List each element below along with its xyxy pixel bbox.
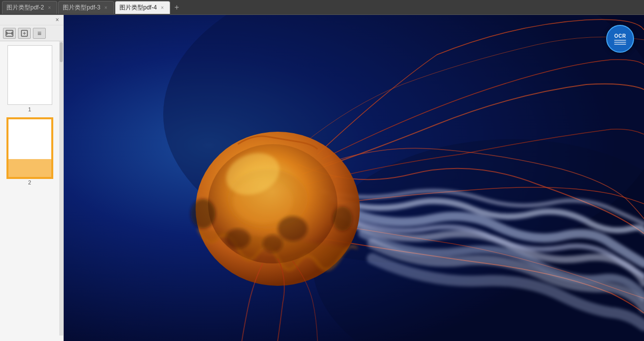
add-tab-button[interactable]: +	[171, 2, 182, 13]
content-area: OCR	[64, 15, 644, 341]
jellyfish-image	[64, 15, 644, 341]
svg-point-17	[263, 235, 283, 253]
sidebar-fit-width-button[interactable]	[3, 28, 16, 39]
thumbnail-page-1[interactable]: 1	[0, 41, 59, 114]
sidebar-close-row: ×	[0, 15, 63, 25]
sidebar-scrollbar-thumb	[60, 42, 63, 62]
tab-pdf-2-label: 图片类型pdf-2	[6, 3, 44, 12]
jellyfish-background: OCR	[64, 15, 644, 341]
svg-point-15	[278, 216, 308, 241]
tab-pdf-4-label: 图片类型pdf-4	[119, 3, 157, 12]
sidebar-scroll[interactable]: 1 2	[0, 41, 59, 336]
tab-bar: 图片类型pdf-2 × 图片类型pdf-3 × 图片类型pdf-4 × +	[0, 0, 644, 15]
sidebar-scrollbar[interactable]	[59, 41, 63, 336]
thumbnail-img-1	[7, 45, 52, 105]
scan-line-1	[614, 40, 626, 41]
more-icon: ≡	[37, 30, 41, 37]
tab-pdf-2[interactable]: 图片类型pdf-2 ×	[2, 1, 57, 14]
thumbnail-label-1: 1	[28, 106, 31, 112]
svg-point-19	[332, 206, 352, 231]
tab-pdf-3-label: 图片类型pdf-3	[63, 3, 100, 12]
scan-line-3	[614, 44, 626, 45]
tab-pdf-3[interactable]: 图片类型pdf-3 ×	[58, 1, 113, 14]
tab-pdf-4[interactable]: 图片类型pdf-4 ×	[115, 1, 170, 14]
tab-pdf-3-close[interactable]: ×	[103, 4, 109, 11]
svg-point-16	[225, 229, 250, 249]
main-area: × ≡	[0, 15, 644, 341]
thumbnail-page-2[interactable]: 2	[0, 114, 59, 187]
thumbnail-img-2	[7, 118, 52, 178]
scan-line-2	[614, 42, 626, 43]
tab-pdf-2-close[interactable]: ×	[46, 4, 53, 11]
svg-point-18	[191, 199, 215, 229]
sidebar: × ≡	[0, 15, 64, 341]
ocr-scan-lines	[614, 40, 626, 45]
tab-pdf-4-close[interactable]: ×	[159, 4, 166, 11]
ocr-button[interactable]: OCR	[606, 25, 634, 53]
sidebar-fit-page-button[interactable]	[18, 28, 31, 39]
sidebar-more-button[interactable]: ≡	[33, 28, 46, 39]
sidebar-toolbar: ≡	[0, 25, 63, 41]
thumbnail-highlight	[8, 159, 51, 177]
sidebar-close-button[interactable]: ×	[53, 16, 61, 24]
thumbnail-label-2: 2	[28, 179, 31, 185]
ocr-label: OCR	[614, 33, 626, 39]
